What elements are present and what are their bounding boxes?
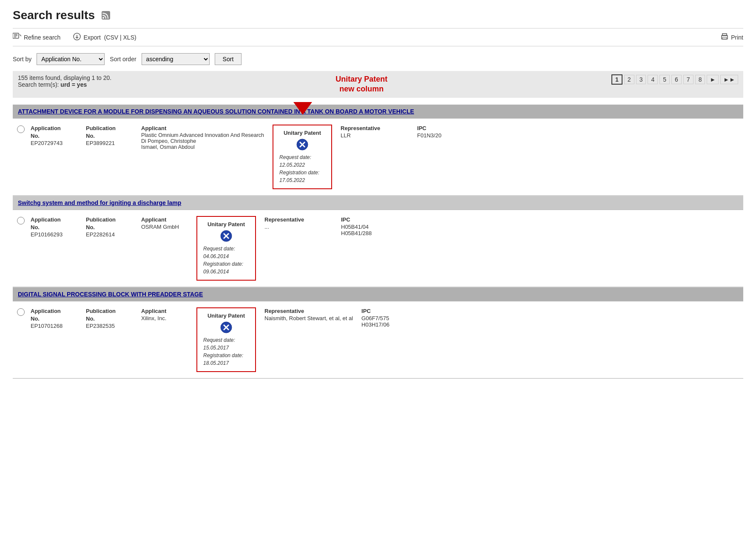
patent-radio-input-1[interactable] — [17, 125, 25, 133]
patent-title-1: ATTACHMENT DEVICE FOR A MODULE FOR DISPE… — [13, 105, 743, 119]
applicant-label-3: Applicant — [141, 307, 188, 315]
page-7[interactable]: 7 — [683, 75, 693, 84]
pub-no-group-1: PublicationNo. EP3899221 — [86, 125, 133, 146]
patent-title-link-1[interactable]: ATTACHMENT DEVICE FOR A MODULE FOR DISPE… — [18, 108, 414, 115]
applicant-group-3: Applicant Xilinx, Inc. — [141, 307, 188, 321]
rep-value-3: Naismith, Robert Stewart, et al, et al — [264, 315, 353, 321]
rep-value-1: LLR — [341, 132, 409, 139]
page-2[interactable]: 2 — [624, 75, 634, 84]
rep-label-3: Representative — [264, 307, 353, 315]
ipc-value-1: F01N3/20 — [417, 132, 460, 139]
pub-no-value-3: EP2382535 — [86, 323, 133, 329]
reg-date-value-3: 18.05.2017 — [203, 360, 229, 366]
patent-section-3: DIGITAL SIGNAL PROCESSING BLOCK WITH PRE… — [13, 287, 743, 379]
patent-fields-1: ApplicationNo. EP20729743 PublicationNo.… — [31, 125, 739, 189]
rep-label-2: Representative — [264, 216, 333, 224]
unitary-patent-icon-1 — [279, 139, 325, 152]
applicant-value-3: Xilinx, Inc. — [141, 315, 188, 321]
export-xls-link[interactable]: XLS — [123, 34, 134, 41]
results-count: 155 items found, displaying 1 to 20. — [18, 74, 111, 81]
unitary-patent-dates-2: Request date: 04.06.2014 Registration da… — [203, 245, 249, 276]
app-no-group-1: ApplicationNo. EP20729743 — [31, 125, 77, 146]
patent-title-link-2[interactable]: Switchg system and method for igniting a… — [18, 199, 181, 206]
print-button[interactable]: Print — [721, 33, 743, 42]
print-icon — [721, 33, 728, 42]
rep-group-2: Representative ... — [264, 216, 333, 230]
page-8[interactable]: 8 — [695, 75, 705, 84]
reg-date-label-2: Registration date: — [203, 261, 243, 267]
pub-no-value-1: EP3899221 — [86, 140, 133, 146]
patent-title-link-3[interactable]: DIGITAL SIGNAL PROCESSING BLOCK WITH PRE… — [18, 291, 203, 298]
req-date-value-3: 15.05.2017 — [203, 345, 229, 351]
refine-search-icon — [13, 33, 21, 42]
ipc-value-2: H05B41/04H05B41/288 — [341, 224, 384, 236]
patent-radio-3[interactable] — [17, 307, 25, 317]
pub-no-label-2: PublicationNo. — [86, 216, 133, 231]
print-label: Print — [731, 34, 743, 41]
ipc-group-3: IPC G06F7/575H03H17/06 — [361, 307, 404, 328]
search-terms-label: Search term(s): — [18, 81, 59, 88]
unitary-patent-dates-1: Request date: 12.05.2022 Registration da… — [279, 153, 325, 184]
app-no-label-1: ApplicationNo. — [31, 125, 77, 140]
new-column-annotation: Unitary Patentnew column — [335, 74, 387, 94]
page-4[interactable]: 4 — [648, 75, 658, 84]
svg-rect-10 — [722, 34, 727, 36]
refine-search-button[interactable]: Refine search — [13, 33, 60, 42]
page-last[interactable]: ►► — [720, 75, 738, 84]
export-label: Export (CSV | XLS) — [83, 34, 136, 41]
ipc-label-2: IPC — [341, 216, 384, 224]
app-no-value-1: EP20729743 — [31, 140, 77, 146]
page-title-row: Search results — [13, 9, 743, 22]
results-search-terms: Search term(s): urd = yes — [18, 81, 111, 88]
patent-title-2: Switchg system and method for igniting a… — [13, 196, 743, 210]
page-6[interactable]: 6 — [671, 75, 682, 84]
ipc-label-1: IPC — [417, 125, 460, 132]
patent-radio-input-3[interactable] — [17, 308, 25, 316]
ipc-group-1: IPC F01N3/20 — [417, 125, 460, 139]
reg-date-label-3: Registration date: — [203, 352, 243, 358]
patent-radio-input-2[interactable] — [17, 217, 25, 224]
pagination: 1 2 3 4 5 6 7 8 ► ►► — [611, 74, 738, 85]
page-5[interactable]: 5 — [659, 75, 670, 84]
svg-point-1 — [102, 17, 104, 19]
pub-no-label-1: PublicationNo. — [86, 125, 133, 140]
rep-value-2: ... — [264, 224, 333, 230]
pub-no-group-3: PublicationNo. EP2382535 — [86, 307, 133, 329]
results-info-row: 155 items found, displaying 1 to 20. Sea… — [13, 71, 743, 98]
page-1[interactable]: 1 — [611, 74, 622, 85]
app-no-label-2: ApplicationNo. — [31, 216, 77, 231]
unitary-patent-icon-3 — [203, 321, 249, 335]
export-csv-link[interactable]: CSV — [106, 34, 118, 41]
patent-radio-2[interactable] — [17, 216, 25, 226]
patent-radio-1[interactable] — [17, 125, 25, 134]
ipc-value-3: G06F7/575H03H17/06 — [361, 315, 404, 328]
app-no-label-3: ApplicationNo. — [31, 307, 77, 323]
toolbar: Refine search Export (CSV | XLS) Print — [13, 28, 743, 46]
unitary-patent-dates-3: Request date: 15.05.2017 Registration da… — [203, 336, 249, 367]
page-next[interactable]: ► — [707, 75, 719, 84]
sort-by-label: Sort by — [13, 56, 31, 63]
pub-no-label-3: PublicationNo. — [86, 307, 133, 323]
req-date-value-1: 12.05.2022 — [279, 162, 305, 168]
sort-order-label: Sort order — [110, 56, 136, 63]
unitary-patent-title-1: Unitary Patent — [279, 130, 325, 136]
export-button[interactable]: Export (CSV | XLS) — [73, 33, 136, 42]
arrow-down — [293, 102, 312, 115]
page-3[interactable]: 3 — [636, 75, 646, 84]
req-date-value-2: 04.06.2014 — [203, 253, 229, 259]
applicant-value-1: Plastic Omnium Advanced Innovation And R… — [141, 132, 264, 150]
applicant-label-2: Applicant — [141, 216, 188, 224]
pub-no-group-2: PublicationNo. EP2282614 — [86, 216, 133, 238]
results-summary: 155 items found, displaying 1 to 20. Sea… — [18, 74, 111, 88]
rss-icon[interactable] — [100, 9, 112, 21]
sort-by-select[interactable]: Application No. Publication No. Applican… — [37, 53, 105, 65]
rep-group-1: Representative LLR — [341, 125, 409, 139]
sort-order-select[interactable]: ascending descending — [142, 53, 210, 65]
patent-section-1: ATTACHMENT DEVICE FOR A MODULE FOR DISPE… — [13, 105, 743, 196]
app-no-value-3: EP10701268 — [31, 323, 77, 329]
reg-date-value-1: 17.05.2022 — [279, 177, 305, 183]
unitary-patent-box-3: Unitary Patent Request date: 15.05.2017 … — [196, 307, 256, 372]
applicant-group-2: Applicant OSRAM GmbH — [141, 216, 188, 230]
reg-date-value-2: 09.06.2014 — [203, 269, 229, 275]
sort-button[interactable]: Sort — [215, 53, 242, 65]
